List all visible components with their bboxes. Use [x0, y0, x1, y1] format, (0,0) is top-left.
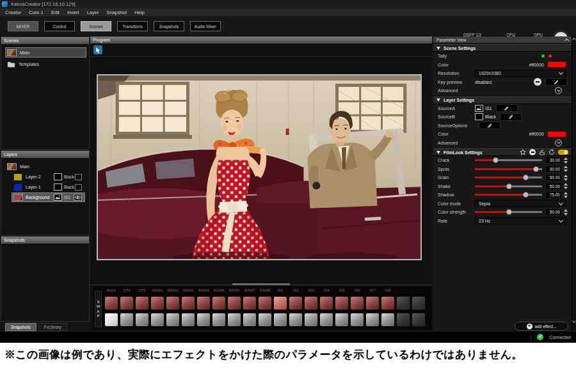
swatch-button[interactable]	[396, 313, 410, 327]
value-spinner[interactable]	[564, 166, 568, 172]
tab-audio-mixer[interactable]: Audio Mixer	[190, 21, 221, 31]
effect-enable-toggle[interactable]	[558, 150, 568, 155]
menu-item-insert[interactable]: Insert	[63, 10, 83, 15]
value-spinner[interactable]	[564, 183, 568, 189]
add-effect-button[interactable]: + add effect...	[515, 322, 568, 331]
value-spinner[interactable]	[564, 157, 568, 164]
dropdown-color-mode[interactable]: Sepia	[475, 200, 566, 207]
spinner-down-icon[interactable]	[564, 161, 568, 164]
tab-fxlibrary[interactable]: FxLibrary	[38, 323, 67, 331]
swatch-button[interactable]	[365, 313, 380, 327]
swap-button[interactable]: SWAP	[95, 291, 102, 327]
swatch-button[interactable]	[412, 296, 426, 310]
spinner-up-icon[interactable]	[564, 166, 568, 168]
slider-handle[interactable]	[533, 166, 539, 172]
tab-control[interactable]: Control	[44, 21, 75, 31]
slider-handle[interactable]	[493, 157, 499, 163]
spinner-down-icon[interactable]	[564, 169, 568, 172]
layer-row-layer-2[interactable]: Layer-2 Black	[12, 172, 85, 182]
edit-pen-button[interactable]	[496, 104, 518, 112]
swatch-button[interactable]	[396, 296, 410, 310]
title-bar[interactable]: KairosCreator [172.16.10.129]	[0, 0, 576, 8]
swatch-button[interactable]	[181, 313, 195, 327]
spinner-down-icon[interactable]	[564, 178, 568, 181]
swatch-button[interactable]	[258, 313, 272, 327]
favorite-star-icon[interactable]	[520, 149, 526, 155]
swatch-button[interactable]	[150, 313, 164, 327]
edit-pen-button[interactable]	[479, 122, 500, 129]
swatch-button[interactable]	[350, 313, 364, 327]
spinner-down-icon[interactable]	[564, 196, 568, 198]
select-tool-button[interactable]	[93, 45, 102, 54]
edit-pen-button[interactable]	[545, 78, 567, 86]
swatch-button[interactable]	[212, 296, 226, 310]
swatch-button[interactable]	[181, 296, 195, 310]
expand-circle-icon[interactable]	[555, 139, 562, 146]
swatch-button[interactable]	[227, 313, 241, 327]
slider-value[interactable]: 50.00	[545, 208, 562, 216]
spinner-down-icon[interactable]	[564, 213, 568, 216]
swatch-button[interactable]	[289, 296, 303, 310]
tab-snapshots[interactable]: Snapshots	[5, 323, 36, 331]
swatch-button[interactable]	[104, 296, 118, 310]
swatch-button[interactable]	[104, 313, 118, 327]
expand-circle-icon[interactable]	[555, 87, 562, 94]
swatch-button[interactable]	[150, 296, 164, 310]
swatch-button[interactable]	[335, 313, 349, 327]
swatch-button[interactable]	[350, 296, 364, 310]
swatch-button[interactable]	[381, 296, 395, 310]
layer-settings-header[interactable]: Layer Settings	[433, 97, 572, 104]
filmlook-settings-header[interactable]: FilmLook Settings	[433, 148, 572, 156]
swatch-button[interactable]	[273, 296, 287, 310]
value-spinner[interactable]	[564, 192, 568, 198]
layer-row-layer-1[interactable]: Layer-1 Black	[12, 182, 85, 192]
slider-handle[interactable]	[523, 175, 529, 180]
swatch-button[interactable]	[412, 313, 426, 327]
swatch-button[interactable]	[166, 313, 180, 327]
menu-item-snapshot[interactable]: Snapshot	[102, 10, 131, 15]
dropdown-rate[interactable]: 23 Hz	[475, 217, 566, 224]
layer-checkbox[interactable]	[75, 184, 82, 191]
swatch-button[interactable]	[365, 296, 380, 310]
value-spinner[interactable]	[564, 175, 568, 181]
edit-pen-button[interactable]	[500, 113, 522, 121]
menu-item-edit[interactable]: Edit	[47, 10, 63, 15]
tab-mixer[interactable]: MIXER	[8, 21, 38, 31]
swatch-button[interactable]	[335, 296, 349, 310]
scroll-down-icon[interactable]	[572, 319, 576, 323]
slider-handle[interactable]	[506, 184, 512, 189]
layers-root-item[interactable]: Main	[5, 161, 86, 171]
panel-divider-handle[interactable]	[232, 283, 290, 285]
swatch-button[interactable]	[258, 296, 272, 310]
spinner-up-icon[interactable]	[564, 157, 568, 160]
swatch-button[interactable]	[120, 296, 134, 310]
swatch-button[interactable]	[304, 296, 318, 310]
slider-color-strength[interactable]	[475, 211, 542, 213]
swatch-button[interactable]	[196, 296, 211, 310]
color-swatch[interactable]	[547, 61, 566, 68]
swatch-button[interactable]	[243, 313, 257, 327]
scroll-up-icon[interactable]	[572, 38, 576, 42]
slider-handle[interactable]	[506, 209, 512, 215]
spinner-up-icon[interactable]	[564, 192, 568, 194]
reset-icon[interactable]	[548, 149, 555, 155]
slider-value[interactable]: 50.00	[545, 174, 562, 181]
slider-spots[interactable]	[475, 168, 542, 170]
spinner-up-icon[interactable]	[564, 209, 568, 212]
spinner-down-icon[interactable]	[564, 187, 568, 189]
scene-settings-header[interactable]: Scene Settings	[433, 44, 572, 52]
eye-icon[interactable]	[74, 194, 82, 201]
spinner-up-icon[interactable]	[564, 183, 568, 185]
collapse-up-icon[interactable]	[564, 38, 569, 42]
slider-value[interactable]: 50.00	[545, 183, 562, 190]
slider-value[interactable]: 75.00	[545, 191, 562, 198]
menu-item-core-1[interactable]: Core-1	[25, 10, 47, 15]
swatch-button[interactable]	[166, 296, 180, 310]
slider-shadow[interactable]	[475, 194, 542, 196]
swatch-button[interactable]	[273, 313, 287, 327]
swatch-button[interactable]	[381, 313, 395, 327]
color-swatch[interactable]	[547, 131, 566, 137]
remove-icon[interactable]	[534, 78, 541, 86]
value-spinner[interactable]	[564, 209, 568, 216]
swatch-button[interactable]	[227, 296, 241, 310]
